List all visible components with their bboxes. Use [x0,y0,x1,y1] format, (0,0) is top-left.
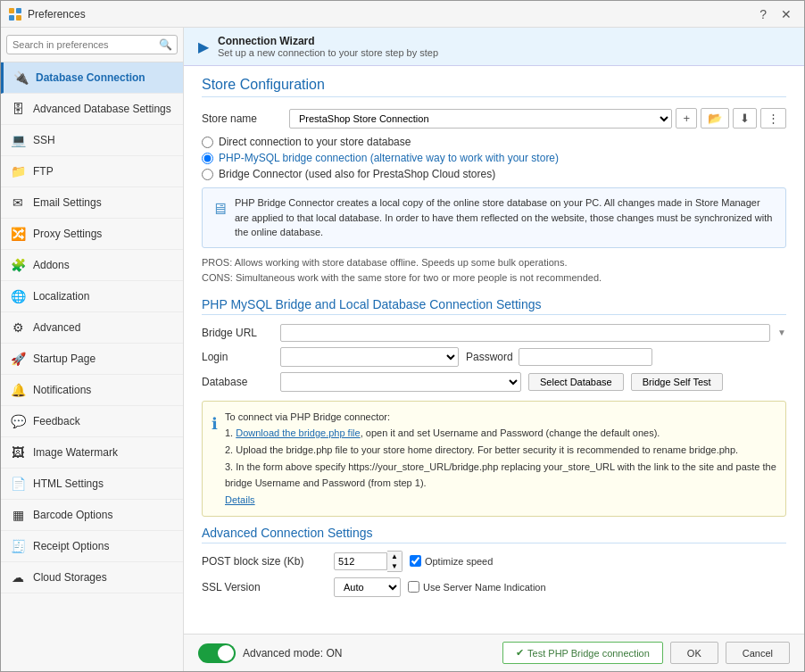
sidebar-item-notifications[interactable]: 🔔Notifications [1,375,183,406]
php-info-box: ℹ To connect via PHP Bridge connector: 1… [202,401,786,517]
sidebar-item-advanced[interactable]: ⚙Advanced [1,312,183,344]
pros-text: PROS: Allows working with store database… [202,255,786,271]
main-content-area: 🔍 🔌Database Connection🗄Advanced Database… [1,28,804,671]
bridge-form: Bridge URL ▼ Login Password Database [202,324,786,392]
ok-button[interactable]: OK [670,642,718,664]
sidebar-item-image-watermark[interactable]: 🖼Image Watermark [1,437,183,469]
bridge-url-input[interactable] [280,324,770,342]
window-title: Preferences [28,8,86,21]
php-step2: 2. Upload the bridge.php file to your st… [225,442,776,459]
sidebar-icon-email-settings: ✉ [10,195,26,210]
sidebar-item-html-settings[interactable]: 📄HTML Settings [1,469,183,500]
sidebar-item-cloud-storages[interactable]: ☁Cloud Storages [1,562,183,593]
sidebar-label-ssh: SSH [33,134,55,146]
radio-php-mysql[interactable] [202,153,213,164]
radio-direct[interactable] [202,137,213,148]
optimize-speed-label[interactable]: Optimize speed [410,555,493,567]
download-link[interactable]: Download the bridge.php file [236,427,360,438]
sidebar-label-proxy-settings: Proxy Settings [33,228,102,240]
sidebar-icon-feedback: 💬 [10,414,26,428]
sni-checkbox[interactable] [408,581,419,593]
toggle-wrapper: Advanced mode: ON [198,643,342,663]
toggle-slider [198,643,236,663]
sni-label[interactable]: Use Server Name Indication [408,581,546,593]
wizard-title: Connection Wizard [218,35,438,47]
select-database-button[interactable]: Select Database [528,373,624,391]
sidebar-icon-barcode-options: ▦ [10,508,26,522]
sidebar-icon-database-connection: 🔌 [12,71,29,85]
details-link[interactable]: Details [225,494,255,505]
advanced-mode-toggle[interactable] [198,643,236,663]
store-name-select[interactable]: PrestaShop Store Connection [289,109,672,129]
download-store-button[interactable]: ⬇ [733,108,757,129]
sidebar-item-ssh[interactable]: 💻SSH [1,125,183,156]
spinner-down[interactable]: ▼ [387,561,402,571]
sidebar-icon-notifications: 🔔 [10,383,26,397]
help-button[interactable]: ? [754,5,772,23]
cancel-button[interactable]: Cancel [726,642,790,664]
password-input[interactable] [519,348,652,366]
sidebar-item-barcode-options[interactable]: ▦Barcode Options [1,500,183,531]
info-box-bridge: 🖥 PHP Bridge Connector creates a local c… [202,187,786,248]
title-bar-left: Preferences [8,7,86,21]
sidebar-icon-advanced: ⚙ [10,320,26,335]
svg-rect-1 [16,8,21,13]
sidebar-label-database-connection: Database Connection [36,71,145,84]
sidebar-item-advanced-database-settings[interactable]: 🗄Advanced Database Settings [1,94,183,125]
store-name-wrapper: PrestaShop Store Connection + 📂 ⬇ ⋮ [289,108,786,129]
sidebar-label-notifications: Notifications [33,384,91,396]
bridge-url-row: Bridge URL ▼ [202,324,786,342]
advanced-connection-title: Advanced Connection Settings [202,526,786,543]
add-store-button[interactable]: + [676,108,697,129]
check-icon: ✔ [516,647,524,659]
optimize-speed-checkbox[interactable] [410,555,421,567]
sidebar-item-ftp[interactable]: 📁FTP [1,156,183,187]
password-label: Password [466,351,513,363]
bottom-buttons: ✔ Test PHP Bridge connection OK Cancel [502,642,790,664]
more-store-button[interactable]: ⋮ [760,108,786,129]
sidebar-icon-html-settings: 📄 [10,477,26,491]
bridge-database-select[interactable] [280,372,521,392]
radio-bridge-row: Bridge Connector (used also for PrestaSh… [202,168,786,180]
sidebar-item-startup-page[interactable]: 🚀Startup Page [1,344,183,375]
radio-php-mysql-row: PHP-MySQL bridge connection (alternative… [202,152,786,164]
self-test-button[interactable]: Bridge Self Test [631,373,723,391]
pros-cons-text: PROS: Allows working with store database… [202,255,786,286]
close-button[interactable]: ✕ [776,5,797,23]
sidebar-item-feedback[interactable]: 💬Feedback [1,406,183,437]
radio-bridge-connector[interactable] [202,169,213,180]
title-bar: Preferences ? ✕ [1,1,804,28]
bottom-bar: Advanced mode: ON ✔ Test PHP Bridge conn… [184,634,804,671]
main-inner-content: Store Configuration Store name PrestaSho… [184,66,804,634]
radio-php-mysql-label: PHP-MySQL bridge connection (alternative… [219,152,559,164]
info-text: PHP Bridge Connector creates a local cop… [235,197,772,237]
search-input[interactable] [6,35,178,54]
bridge-login-row: Login Password [202,347,786,367]
sidebar-label-email-settings: Email Settings [33,196,102,209]
sidebar-item-proxy-settings[interactable]: 🔀Proxy Settings [1,219,183,250]
sidebar-item-database-connection[interactable]: 🔌Database Connection [1,62,183,94]
bridge-login-select[interactable] [280,347,459,367]
sidebar-icon-image-watermark: 🖼 [10,445,26,460]
php-step3: 3. In the form above specify https://you… [225,459,776,492]
ssl-version-row: SSL Version Auto TLSv1 TLSv1.1 TLSv1.2 U… [202,577,786,597]
sidebar-item-receipt-options[interactable]: 🧾Receipt Options [1,531,183,562]
sidebar-item-localization[interactable]: 🌐Localization [1,281,183,312]
svg-rect-2 [9,15,14,21]
sidebar-item-addons[interactable]: 🧩Addons [1,250,183,281]
sidebar-icon-receipt-options: 🧾 [10,539,26,553]
test-connection-button[interactable]: ✔ Test PHP Bridge connection [502,642,663,664]
spinner-up[interactable]: ▲ [387,552,402,561]
open-store-button[interactable]: 📂 [701,108,729,129]
php-step1: 1. Download the bridge.php file, open it… [225,425,776,442]
ssl-version-select[interactable]: Auto TLSv1 TLSv1.1 TLSv1.2 [334,577,401,597]
sidebar-label-localization: Localization [33,290,89,303]
sidebar-item-email-settings[interactable]: ✉Email Settings [1,187,183,219]
post-block-spinner: 512 ▲ ▼ [334,551,402,572]
sidebar-icon-ssh: 💻 [10,133,26,147]
post-block-input[interactable]: 512 [334,552,387,570]
preferences-window: Preferences ? ✕ 🔍 🔌Database Connection🗄A… [0,0,805,672]
play-icon: ▶ [198,38,209,55]
sidebar-label-addons: Addons [33,259,70,271]
post-block-row: POST block size (Kb) 512 ▲ ▼ Optimize sp… [202,551,786,572]
